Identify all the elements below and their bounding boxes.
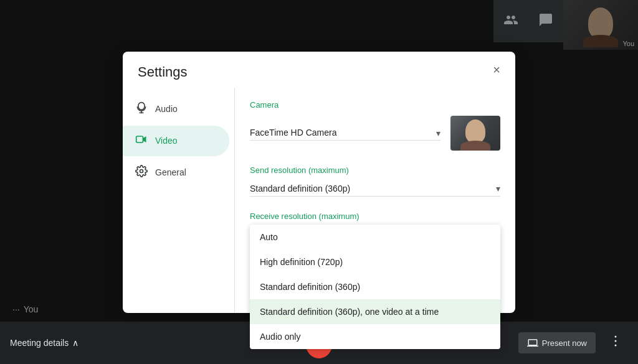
general-label: General bbox=[155, 167, 186, 177]
send-resolution-section: Send resolution (maximum) Standard defin… bbox=[250, 166, 500, 197]
sidebar-item-audio[interactable]: Audio bbox=[123, 94, 229, 124]
send-res-select-wrapper: Standard definition (360p) High definiti… bbox=[250, 181, 500, 197]
dropdown-item-hd720[interactable]: High definition (720p) bbox=[250, 250, 500, 274]
camera-row: FaceTime HD Camera Virtual Camera ▾ bbox=[250, 116, 500, 151]
receive-resolution-dropdown: Auto High definition (720p) Standard def… bbox=[250, 225, 500, 349]
camera-select[interactable]: FaceTime HD Camera Virtual Camera bbox=[250, 125, 440, 141]
general-icon bbox=[135, 165, 148, 180]
chevron-up-icon: ∧ bbox=[72, 338, 79, 348]
svg-rect-3 bbox=[136, 136, 143, 142]
send-res-label: Send resolution (maximum) bbox=[250, 166, 500, 175]
settings-body: Audio Video bbox=[123, 88, 515, 313]
present-now-button[interactable]: Present now bbox=[518, 332, 596, 353]
present-label: Present now bbox=[542, 338, 587, 348]
more-options-button[interactable] bbox=[603, 329, 628, 357]
dropdown-item-audio-only[interactable]: Audio only bbox=[250, 324, 500, 349]
settings-header: Settings bbox=[123, 52, 515, 88]
modal-overlay: Settings × Audio bbox=[0, 0, 638, 364]
audio-label: Audio bbox=[155, 104, 178, 114]
video-label: Video bbox=[155, 136, 178, 146]
svg-rect-0 bbox=[138, 102, 145, 110]
svg-point-6 bbox=[615, 340, 617, 342]
settings-content: Camera FaceTime HD Camera Virtual Camera… bbox=[235, 88, 515, 313]
camera-section: Camera FaceTime HD Camera Virtual Camera… bbox=[250, 100, 500, 151]
settings-title: Settings bbox=[138, 64, 188, 80]
camera-preview bbox=[450, 116, 500, 151]
dropdown-item-sd360-one[interactable]: Standard definition (360p), one video at… bbox=[250, 299, 500, 324]
sidebar-item-general[interactable]: General bbox=[123, 157, 229, 188]
meeting-details[interactable]: Meeting details ∧ bbox=[10, 338, 79, 348]
svg-point-4 bbox=[140, 169, 143, 172]
face-simulation bbox=[465, 119, 485, 143]
video-icon bbox=[135, 133, 148, 149]
svg-point-7 bbox=[615, 345, 617, 347]
meeting-details-label: Meeting details bbox=[10, 338, 69, 348]
settings-dialog: Settings × Audio bbox=[123, 52, 515, 313]
receive-resolution-section: Receive resolution (maximum) bbox=[250, 212, 500, 221]
dropdown-item-sd360[interactable]: Standard definition (360p) bbox=[250, 274, 500, 299]
sidebar-item-video[interactable]: Video bbox=[123, 126, 229, 156]
camera-select-wrapper: FaceTime HD Camera Virtual Camera ▾ bbox=[250, 125, 440, 141]
svg-point-5 bbox=[615, 336, 617, 338]
send-resolution-select[interactable]: Standard definition (360p) High definiti… bbox=[250, 181, 500, 197]
audio-icon bbox=[135, 101, 148, 117]
camera-preview-inner bbox=[450, 116, 500, 151]
close-button[interactable]: × bbox=[488, 60, 505, 80]
dropdown-item-auto[interactable]: Auto bbox=[250, 225, 500, 250]
camera-section-label: Camera bbox=[250, 100, 500, 110]
settings-sidebar: Audio Video bbox=[123, 88, 235, 313]
recv-res-label: Receive resolution (maximum) bbox=[250, 212, 500, 221]
